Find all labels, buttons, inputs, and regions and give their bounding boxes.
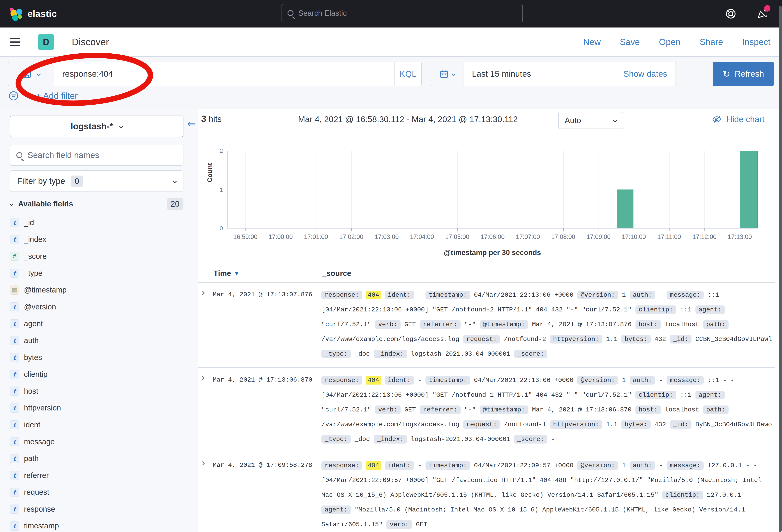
global-search-input[interactable] <box>298 9 517 17</box>
index-pattern-select[interactable]: logstash-* <box>10 116 183 137</box>
field-item-timestamp[interactable]: ttimestamp <box>10 518 193 532</box>
source-value: ::1 <box>680 306 692 313</box>
divider <box>29 27 29 56</box>
field-name: agent <box>24 319 43 328</box>
field-item-host[interactable]: thost <box>10 383 193 400</box>
field-item-clientip[interactable]: tclientip <box>10 366 193 383</box>
collapse-sidebar-icon[interactable]: ⇐ <box>187 119 196 129</box>
field-search-input[interactable] <box>28 150 177 160</box>
source-value: - <box>418 291 422 299</box>
source-field-badge: @timestamp: <box>480 320 528 329</box>
kql-button[interactable]: KQL <box>394 62 421 86</box>
source-field-badge: ident: <box>385 291 414 299</box>
query-input[interactable] <box>54 69 394 79</box>
expand-row-button[interactable] <box>201 458 213 532</box>
gridline <box>351 151 352 228</box>
refresh-icon: ↻ <box>722 69 731 78</box>
date-quick-select[interactable] <box>431 62 464 86</box>
field-item-request[interactable]: trequest <box>10 484 193 501</box>
app-badge-discover[interactable]: D <box>38 34 54 50</box>
source-field-badge: bytes: <box>621 335 651 343</box>
field-type-string-icon: t <box>10 522 19 531</box>
source-field-badge: message: <box>667 376 704 385</box>
source-field-badge: request: <box>463 420 500 429</box>
refresh-button[interactable]: ↻ Refresh <box>713 62 774 86</box>
field-item-auth[interactable]: tauth <box>10 332 193 349</box>
gridline <box>457 151 458 228</box>
expand-row-button[interactable] <box>201 373 213 447</box>
chart-time-range: Mar 4, 2021 @ 16:58:30.112 - Mar 4, 2021… <box>298 115 518 124</box>
filter-by-type-select[interactable]: Filter by type 0 <box>10 170 183 192</box>
source-value: - <box>418 377 422 384</box>
field-item-agent[interactable]: tagent <box>10 315 193 332</box>
field-list: t_idt_index#_scoret_type▦@timestampt@ver… <box>10 214 193 532</box>
index-pattern-label: logstash-* <box>71 121 113 131</box>
x-tick-label: 17:03:00 <box>375 233 399 240</box>
field-item-@version[interactable]: t@version <box>10 299 193 315</box>
time-range-value[interactable]: Last 15 minutes <box>464 69 615 79</box>
field-item-_score[interactable]: #_score <box>10 248 193 265</box>
menu-icon[interactable] <box>10 37 20 47</box>
source-value: 04/Mar/2021:22:13:06 +0000 <box>474 377 573 384</box>
time-column-header[interactable]: Time ▼ <box>214 269 322 278</box>
source-field-badge: response: <box>321 291 362 299</box>
field-item-response[interactable]: tresponse <box>10 501 193 518</box>
global-search-box[interactable] <box>282 4 523 22</box>
field-type-string-icon: t <box>10 454 19 463</box>
x-tick <box>351 228 352 231</box>
field-item-_type[interactable]: t_type <box>10 265 193 282</box>
field-name: _type <box>24 269 42 277</box>
news-feed-icon[interactable] <box>756 8 768 20</box>
field-item-ident[interactable]: tident <box>10 416 193 433</box>
source-field-badge: ident: <box>385 461 414 470</box>
x-tick <box>245 228 246 231</box>
inspect-button[interactable]: Inspect <box>742 37 771 47</box>
source-value: 127.0.0.1 <box>707 491 741 499</box>
scrollbar[interactable] <box>778 0 782 532</box>
new-button[interactable]: New <box>583 37 601 47</box>
expand-row-button[interactable] <box>201 288 213 362</box>
source-field-badge: _type: <box>321 435 351 444</box>
field-name: auth <box>24 336 39 345</box>
open-button[interactable]: Open <box>659 37 680 47</box>
histogram-chart[interactable]: 2 1 0 16:59:0017:00:0017:01:0017:02:0017… <box>227 151 757 229</box>
field-item-path[interactable]: tpath <box>10 450 193 467</box>
saved-query-menu[interactable] <box>8 62 54 86</box>
field-item-bytes[interactable]: tbytes <box>10 349 193 366</box>
field-type-string-icon: t <box>10 302 19 311</box>
source-field-badge: path: <box>703 406 728 414</box>
x-tick-label: 17:05:00 <box>445 233 469 240</box>
field-search-box[interactable] <box>10 145 183 166</box>
help-icon[interactable] <box>725 8 737 20</box>
source-value: "Mozilla/5.0 (Macintosh; Intel Mac OS X … <box>321 506 745 528</box>
field-item-message[interactable]: tmessage <box>10 433 193 450</box>
filter-dash: – <box>25 91 30 101</box>
chevron-down-icon <box>173 179 177 183</box>
source-value: 1 <box>622 462 626 469</box>
field-item-_index[interactable]: t_index <box>10 231 193 248</box>
show-dates-button[interactable]: Show dates <box>615 62 676 86</box>
save-button[interactable]: Save <box>620 37 640 47</box>
filter-icon[interactable] <box>8 90 19 102</box>
field-name: ident <box>24 421 40 429</box>
doc-timestamp: Mar 4, 2021 @ 17:09:58.278 <box>213 458 321 532</box>
elastic-logo[interactable]: elastic <box>8 6 57 21</box>
field-item-@timestamp[interactable]: ▦@timestamp <box>10 281 193 299</box>
field-item-referrer[interactable]: treferrer <box>10 467 193 484</box>
field-item-httpversion[interactable]: thttpversion <box>10 400 193 417</box>
source-value: _doc <box>355 350 370 358</box>
scrollbar-thumb[interactable] <box>779 6 782 532</box>
chart-y-axis-label: Count <box>206 161 214 185</box>
field-item-_id[interactable]: t_id <box>10 214 193 231</box>
source-value: /notfound-2 <box>504 336 546 343</box>
share-button[interactable]: Share <box>700 37 723 47</box>
interval-select[interactable]: Auto <box>558 112 623 129</box>
notification-dot <box>764 5 771 11</box>
search-toolbars: KQL Last 15 minutes Show dates ↻ Refresh <box>0 57 782 109</box>
source-value: - <box>659 377 663 384</box>
histogram-bar-17:13:00[interactable] <box>740 151 757 228</box>
add-filter-button[interactable]: + Add filter <box>36 91 78 101</box>
hide-chart-button[interactable]: Hide chart <box>712 114 765 124</box>
available-fields-header[interactable]: Available fields 20 <box>10 198 183 210</box>
histogram-bar-17:09:30[interactable] <box>617 189 634 228</box>
